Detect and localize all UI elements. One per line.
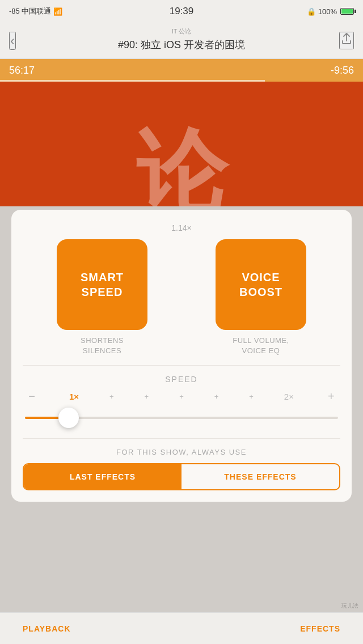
battery-icon	[340, 8, 354, 15]
smart-speed-description: SHORTENSSILENCES	[81, 336, 124, 356]
speed-decrease-button[interactable]: −	[25, 391, 39, 402]
voice-boost-button[interactable]: VOICEBOOST	[216, 239, 306, 330]
slider-thumb[interactable]	[58, 408, 79, 428]
voice-boost-description: FULL VOLUME,VOICE EQ	[233, 336, 289, 356]
speed-tick-plus1: +	[109, 392, 114, 401]
signal-text: -85 中国联通	[9, 6, 51, 16]
tab-effects[interactable]: EFFECTS	[300, 624, 340, 633]
nav-title: #90: 独立 iOS 开发者的困境	[118, 38, 245, 52]
effects-panel: 1.14× SMARTSPEED SHORTENSSILENCES VOICEB…	[11, 210, 352, 502]
speed-tick-2x: 2×	[284, 392, 294, 401]
nav-subtitle: IT 公论	[172, 27, 192, 36]
always-use-title: FOR THIS SHOW, ALWAYS USE	[23, 448, 340, 456]
status-bar: -85 中国联通 📶 19:39 🔒 100%	[0, 0, 363, 23]
speed-tick-plus2: +	[145, 392, 149, 401]
effects-toggle-row: LAST EFFECTS THESE EFFECTS	[23, 463, 340, 490]
these-effects-button[interactable]: THESE EFFECTS	[182, 464, 339, 489]
voice-boost-label: VOICEBOOST	[239, 270, 282, 299]
status-time: 19:39	[170, 6, 194, 17]
last-effects-button[interactable]: LAST EFFECTS	[24, 464, 182, 489]
status-right: 🔒 100%	[307, 7, 354, 16]
speed-tick-plus4: +	[214, 392, 219, 401]
speed-tick-plus3: +	[179, 392, 184, 401]
artwork-chinese-text: 论	[136, 127, 227, 206]
nav-bar: IT 公论 ‹ #90: 独立 iOS 开发者的困境	[0, 23, 363, 59]
smart-speed-button[interactable]: SMARTSPEED	[57, 239, 147, 330]
wifi-icon: 📶	[53, 7, 62, 16]
tab-bar: PLAYBACK EFFECTS	[0, 612, 363, 644]
voice-boost-wrapper: VOICEBOOST FULL VOLUME,VOICE EQ	[189, 239, 332, 356]
always-use-section: FOR THIS SHOW, ALWAYS USE LAST EFFECTS T…	[23, 438, 340, 490]
share-button[interactable]	[339, 32, 354, 49]
speed-increase-button[interactable]: +	[324, 391, 338, 402]
tab-playback[interactable]: PLAYBACK	[23, 624, 71, 633]
speed-title: SPEED	[23, 375, 340, 384]
status-left: -85 中国联通 📶	[9, 6, 62, 16]
speed-slider-container[interactable]	[25, 406, 338, 429]
effects-buttons-row: SMARTSPEED SHORTENSSILENCES VOICEBOOST F…	[23, 239, 340, 356]
progress-bar[interactable]: 56:17 -9:56	[0, 59, 363, 82]
speed-multiplier-label: 1.14×	[23, 223, 340, 232]
lock-icon: 🔒	[307, 7, 316, 16]
speed-section: SPEED − 1× + + + + + 2× +	[23, 365, 340, 429]
speed-tick-1x: 1×	[69, 392, 79, 401]
speed-control-row: − 1× + + + + + 2× +	[23, 391, 340, 402]
slider-track	[25, 417, 338, 419]
artwork-area: 论	[0, 82, 363, 206]
time-elapsed: 56:17	[9, 65, 35, 77]
battery-percent: 100%	[318, 7, 337, 16]
watermark: 玩儿法	[341, 602, 358, 610]
speed-tick-plus5: +	[249, 392, 254, 401]
time-remaining: -9:56	[331, 65, 354, 77]
smart-speed-wrapper: SMARTSPEED SHORTENSSILENCES	[31, 239, 174, 356]
smart-speed-label: SMARTSPEED	[81, 270, 124, 299]
back-button[interactable]: ‹	[9, 32, 16, 50]
